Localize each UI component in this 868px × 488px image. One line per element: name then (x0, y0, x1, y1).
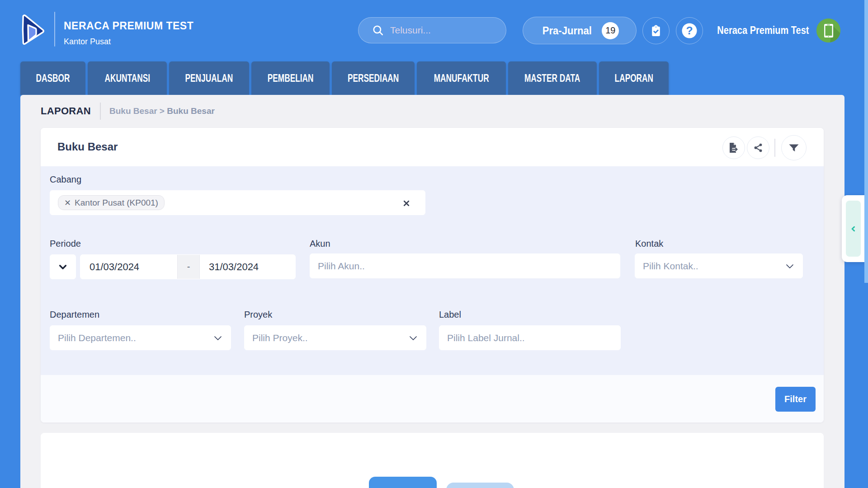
svg-text:?: ? (686, 24, 693, 37)
